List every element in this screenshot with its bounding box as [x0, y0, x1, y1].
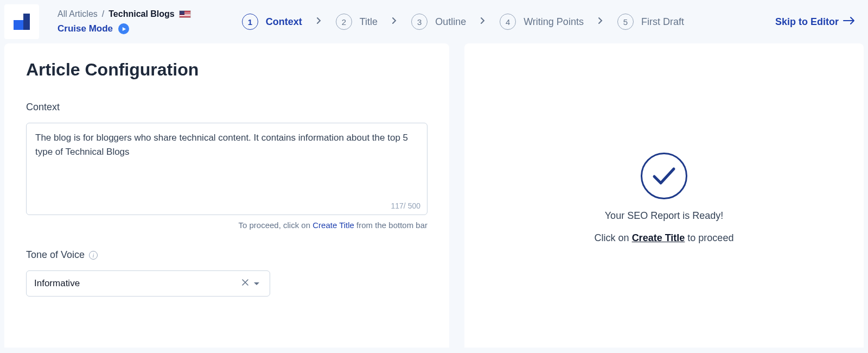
- context-hint: To proceed, click on Create Title from t…: [26, 220, 427, 230]
- cruise-mode-toggle[interactable]: Cruise Mode: [58, 23, 191, 34]
- step-number: 2: [336, 14, 352, 30]
- arrow-right-icon: [843, 16, 855, 28]
- info-icon[interactable]: i: [89, 251, 98, 260]
- breadcrumb-area: All Articles / Technical Blogs Cruise Mo…: [58, 9, 191, 34]
- step-number: 3: [411, 14, 427, 30]
- step-title[interactable]: 2 Title: [336, 14, 378, 30]
- breadcrumb: All Articles / Technical Blogs: [58, 9, 191, 19]
- seo-ready-text: Your SEO Report is Ready!: [605, 210, 723, 222]
- app-logo[interactable]: [4, 4, 39, 39]
- tone-label: Tone of Voice i: [26, 249, 427, 261]
- tone-of-voice-section: Tone of Voice i: [26, 249, 427, 297]
- step-number: 5: [617, 14, 634, 30]
- breadcrumb-current[interactable]: Technical Blogs: [108, 9, 175, 19]
- chevron-right-icon: [316, 17, 322, 27]
- step-number: 4: [500, 14, 516, 30]
- article-config-panel: Article Configuration Context 117/ 500 T…: [4, 43, 449, 348]
- chevron-right-icon: [480, 17, 486, 27]
- clear-icon[interactable]: [239, 276, 251, 291]
- page-title: Article Configuration: [26, 60, 427, 80]
- check-circle-icon: [641, 153, 687, 199]
- breadcrumb-separator: /: [102, 9, 104, 19]
- step-outline[interactable]: 3 Outline: [411, 14, 466, 30]
- hint-post: from the bottom bar: [354, 220, 427, 230]
- step-label: Outline: [435, 16, 466, 28]
- play-icon: [118, 23, 129, 34]
- create-title-link[interactable]: Create Title: [632, 232, 685, 243]
- step-context[interactable]: 1 Context: [242, 14, 302, 30]
- chevron-right-icon: [392, 17, 397, 27]
- hint-pre: To proceed, click on: [238, 220, 312, 230]
- top-bar: All Articles / Technical Blogs Cruise Mo…: [0, 0, 868, 43]
- context-label: Context: [26, 102, 427, 113]
- proceed-pre: Click on: [595, 232, 632, 243]
- tone-label-text: Tone of Voice: [26, 249, 85, 261]
- step-label: Title: [360, 16, 378, 28]
- tone-select[interactable]: [26, 270, 270, 297]
- chevron-right-icon: [598, 17, 603, 27]
- us-flag-icon[interactable]: [179, 10, 191, 18]
- dropdown-caret-icon[interactable]: [251, 276, 262, 291]
- breadcrumb-root[interactable]: All Articles: [58, 9, 98, 19]
- seo-report-panel: Your SEO Report is Ready! Click on Creat…: [464, 43, 864, 348]
- step-number: 1: [242, 14, 258, 30]
- step-label: First Draft: [641, 16, 684, 28]
- logo-icon: [14, 14, 30, 30]
- step-label: Writing Points: [524, 16, 584, 28]
- skip-to-editor-link[interactable]: Skip to Editor: [775, 16, 855, 28]
- context-textarea[interactable]: [35, 131, 418, 196]
- wizard-stepper: 1 Context 2 Title 3 Outline 4 Writing Po…: [242, 14, 684, 30]
- step-writing-points[interactable]: 4 Writing Points: [500, 14, 584, 30]
- tone-input[interactable]: [34, 278, 239, 289]
- content-area: Article Configuration Context 117/ 500 T…: [0, 43, 868, 348]
- step-first-draft[interactable]: 5 First Draft: [617, 14, 684, 30]
- seo-proceed-hint: Click on Create Title to proceed: [595, 232, 734, 244]
- proceed-post: to proceed: [685, 232, 733, 243]
- context-textarea-wrapper: 117/ 500: [26, 123, 427, 215]
- step-label: Context: [266, 16, 302, 28]
- char-count: 117/ 500: [391, 201, 421, 210]
- cruise-mode-label: Cruise Mode: [58, 23, 113, 34]
- skip-label: Skip to Editor: [775, 16, 839, 28]
- hint-highlight: Create Title: [312, 220, 354, 230]
